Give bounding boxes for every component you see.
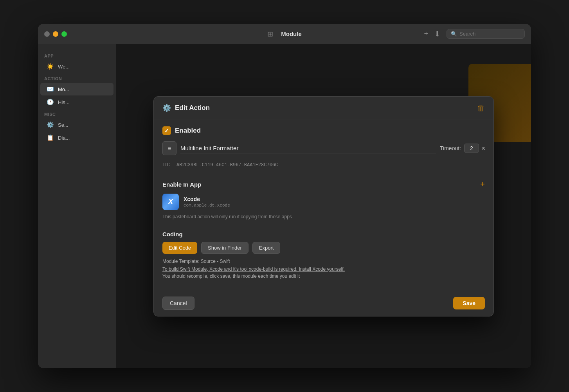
sidebar-item-settings[interactable]: ⚙️ Se...	[40, 119, 113, 131]
xcode-icon-container: X	[162, 194, 179, 210]
dialog-title: Edit Action	[175, 104, 210, 112]
sidebar-item-diagnostics[interactable]: 📋 Dia...	[40, 131, 113, 144]
sidebar-section-action: Action	[38, 73, 116, 83]
sidebar-section-misc: Misc	[38, 109, 116, 118]
export-button[interactable]: Export	[252, 242, 281, 254]
add-app-icon[interactable]: +	[480, 180, 485, 189]
enabled-label: Enabled	[175, 127, 201, 135]
sidebar: App ☀️ We... Action ✉️ Mo... 🕐 His... Mi…	[38, 44, 116, 368]
show-in-finder-button[interactable]: Show in Finder	[201, 242, 248, 254]
timeout-unit: s	[482, 145, 485, 151]
content-area: ⚙️ Edit Action 🗑 ✓ Enabled	[116, 44, 531, 368]
xcode-app-icon: X	[162, 194, 179, 210]
download-icon[interactable]: ⬇	[434, 30, 440, 38]
sidebar-item-label: We...	[58, 64, 70, 70]
pasteboard-info: This pasteboard action will only run if …	[162, 214, 485, 219]
enable-in-app-title: Enable In App	[162, 181, 201, 188]
id-value: AB2C398F-C119-46C1-B967-BAA1E28C706C	[176, 162, 278, 168]
search-icon: 🔍	[451, 31, 457, 37]
modal-overlay: ⚙️ Edit Action 🗑 ✓ Enabled	[116, 44, 531, 368]
id-text: ID: AB2C398F-C119-46C1-B967-BAA1E28C706C	[162, 162, 278, 168]
coding-buttons: Edit Code Show in Finder Export	[162, 242, 485, 254]
dialog-header-left: ⚙️ Edit Action	[162, 104, 210, 112]
sidebar-item-label: Se...	[58, 122, 68, 128]
xcode-symbol: X	[168, 197, 173, 206]
sidebar-item-module[interactable]: ✉️ Mo...	[40, 83, 113, 95]
enable-in-app-header: Enable In App +	[162, 180, 485, 189]
minimize-button[interactable]	[53, 31, 58, 37]
xcode-app-info: Xcode com.apple.dt.Xcode	[184, 196, 230, 208]
sidebar-item-welcome[interactable]: ☀️ We...	[40, 60, 113, 73]
sliders-icon: ⚙️	[162, 104, 171, 112]
history-icon: 🕐	[47, 99, 54, 106]
timeout-label: Timeout:	[440, 145, 461, 151]
search-bar[interactable]: 🔍	[447, 29, 525, 39]
name-timeout-row: ≡ Timeout: s	[162, 141, 485, 155]
app-window: ⊞ Module + ⬇ 🔍 App ☀️ We... Action ✉️ Mo…	[38, 24, 531, 368]
title-bar: ⊞ Module + ⬇ 🔍	[38, 24, 531, 44]
window-title: Module	[281, 31, 302, 37]
xcode-bundle-id: com.apple.dt.Xcode	[184, 203, 230, 208]
divider-2	[162, 226, 485, 226]
list-icon: ≡	[168, 145, 171, 151]
coding-section: Coding Edit Code Show in Finder Export M…	[162, 231, 485, 279]
enabled-checkbox[interactable]: ✓	[162, 126, 171, 135]
traffic-lights	[44, 31, 67, 37]
sidebar-section-app: App	[38, 50, 116, 60]
compile-note: You should recompile, click save, this m…	[162, 273, 485, 279]
app-entry-xcode: X Xcode com.apple.dt.Xcode	[162, 194, 485, 210]
timeout-input[interactable]	[464, 144, 479, 153]
module-icon: ✉️	[47, 86, 54, 93]
dialog-footer: Cancel Save	[154, 290, 493, 316]
title-bar-actions: + ⬇ 🔍	[424, 29, 525, 39]
search-input[interactable]	[459, 31, 520, 37]
action-name-input[interactable]	[180, 143, 436, 153]
checkmark-icon: ✓	[164, 128, 169, 134]
add-icon[interactable]: +	[424, 30, 428, 38]
settings-icon: ⚙️	[47, 121, 54, 128]
edit-code-button[interactable]: Edit Code	[162, 242, 197, 254]
sidebar-toggle-icon[interactable]: ⊞	[267, 30, 273, 38]
timeout-section: Timeout: s	[440, 144, 485, 153]
sidebar-item-history[interactable]: 🕐 His...	[40, 96, 113, 108]
xcode-app-name: Xcode	[184, 196, 230, 202]
dialog-body: ✓ Enabled ≡ Timeout:	[154, 119, 493, 286]
sidebar-item-label: His...	[58, 99, 70, 105]
sidebar-item-label: Mo...	[58, 86, 69, 92]
edit-action-dialog: ⚙️ Edit Action 🗑 ✓ Enabled	[153, 96, 494, 316]
cancel-button[interactable]: Cancel	[162, 297, 194, 310]
sun-icon: ☀️	[47, 63, 54, 70]
enabled-row: ✓ Enabled	[162, 126, 485, 135]
warning-link[interactable]: To build Swift Module, Xcode and it's to…	[162, 266, 485, 272]
maximize-button[interactable]	[61, 31, 67, 37]
action-type-icon: ≡	[162, 141, 176, 155]
title-bar-center: ⊞ Module	[267, 30, 302, 38]
close-button[interactable]	[44, 31, 50, 37]
dialog-header: ⚙️ Edit Action 🗑	[154, 97, 493, 119]
delete-icon[interactable]: 🗑	[477, 104, 485, 113]
sidebar-item-label: Dia...	[58, 135, 70, 141]
id-prefix: ID:	[162, 162, 171, 168]
divider-1	[162, 175, 485, 175]
save-button[interactable]: Save	[453, 297, 485, 309]
diagnostics-icon: 📋	[47, 134, 54, 141]
id-row: ID: AB2C398F-C119-46C1-B967-BAA1E28C706C	[162, 161, 485, 168]
coding-title: Coding	[162, 231, 183, 237]
template-text: Module Template: Source - Swift	[162, 259, 485, 264]
app-body: App ☀️ We... Action ✉️ Mo... 🕐 His... Mi…	[38, 44, 531, 368]
